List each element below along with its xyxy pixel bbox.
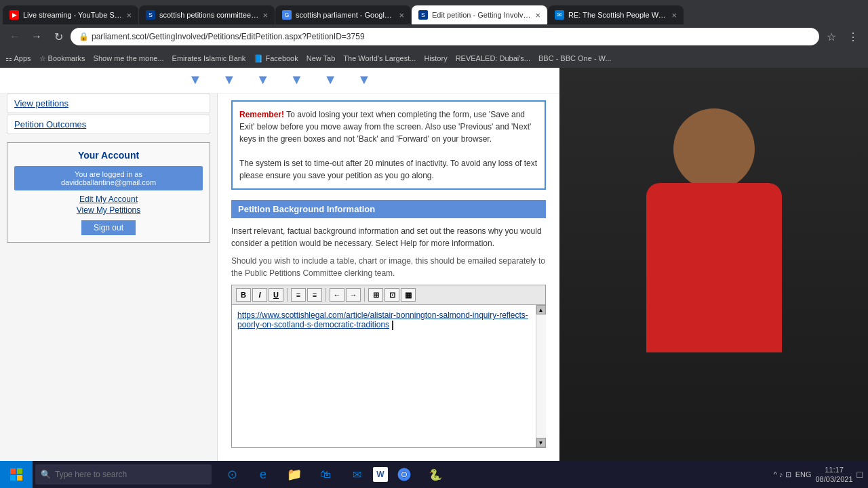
sidebar-item-view-petitions[interactable]: View petitions <box>7 94 210 113</box>
description-text-1: Insert relevant, factual background info… <box>231 225 546 249</box>
svg-rect-1 <box>17 468 22 474</box>
taskbar-apps: ⊙ e 📁 🛍 ✉ W 🐍 <box>217 461 450 488</box>
taskbar-search-input[interactable] <box>55 470 191 479</box>
editor-body[interactable]: https://www.scottishlegal.com/article/al… <box>232 305 545 447</box>
view-petitions-link[interactable]: View My Petitions <box>14 205 203 215</box>
editor-wrapper: https://www.scottishlegal.com/article/al… <box>232 305 545 447</box>
tab-close-email[interactable]: × <box>671 10 677 20</box>
search-icon: 🔍 <box>41 470 51 479</box>
scrollbar-track[interactable] <box>536 314 546 438</box>
start-button[interactable] <box>0 461 33 488</box>
step-arrow-5: ▼ <box>323 72 337 87</box>
bookmark-apps[interactable]: ⚏ Apps <box>5 54 31 63</box>
source-button[interactable]: ▦ <box>401 288 416 302</box>
image-button[interactable]: ⊡ <box>384 288 399 302</box>
forward-button[interactable]: → <box>27 27 46 46</box>
bookmark-show-me[interactable]: Show me the mone... <box>94 54 164 62</box>
tab-close-google[interactable]: × <box>399 10 404 20</box>
tab-favicon-ep: S <box>418 10 428 20</box>
refresh-button[interactable]: ↻ <box>49 27 68 46</box>
tab-petitions-committee[interactable]: S scottish petitions committee - ... × <box>139 5 275 24</box>
bookmark-worlds-largest[interactable]: The World's Largest... <box>343 54 416 62</box>
lock-icon: 🔒 <box>79 32 89 41</box>
taskbar-app-explorer[interactable]: 📁 <box>279 461 309 488</box>
tab-google[interactable]: G scottish parliament - Google Se... × <box>275 5 411 24</box>
bookmark-button[interactable]: ☆ <box>822 27 841 46</box>
tab-close-youtube[interactable]: × <box>126 10 132 20</box>
bookmark-bbc[interactable]: BBC - BBC One - W... <box>538 54 612 62</box>
sidebar-item-petition-outcomes[interactable]: Petition Outcomes <box>7 115 210 134</box>
progress-bar-area: ▼ ▼ ▼ ▼ ▼ ▼ <box>0 68 559 94</box>
windows-icon <box>10 468 22 481</box>
taskbar-app-store[interactable]: 🛍 <box>311 461 340 488</box>
address-bar[interactable]: 🔒 parliament.scot/GettingInvolved/Petiti… <box>71 28 819 45</box>
taskbar-app-word[interactable]: W <box>373 467 388 482</box>
nav-bar: ← → ↻ 🔒 parliament.scot/GettingInvolved/… <box>0 24 868 49</box>
taskbar-time-value: 11:17 <box>815 465 852 474</box>
tab-title-pc: scottish petitions committee - ... <box>159 11 258 19</box>
tab-edit-petition[interactable]: S Edit petition - Getting Involved × <box>412 5 547 24</box>
taskbar-app-mail[interactable]: ✉ <box>342 461 372 488</box>
sidebar-nav-links: View petitions Petition Outcomes <box>7 94 210 136</box>
person-silhouette <box>559 68 868 474</box>
taskbar-search-box[interactable]: 🔍 <box>35 464 212 485</box>
bookmark-emirates[interactable]: Emirates Islamic Bank <box>172 54 246 62</box>
taskbar-app-chrome[interactable] <box>389 461 419 488</box>
step-arrow-1: ▼ <box>189 72 202 87</box>
table-button[interactable]: ⊞ <box>368 288 383 302</box>
taskbar-system-icons: ^ ♪ ⊡ <box>774 470 791 479</box>
svg-point-6 <box>402 472 406 476</box>
menu-button[interactable]: ⋮ <box>844 27 863 46</box>
bookmark-new-tab[interactable]: New Tab <box>307 54 336 62</box>
toolbar-sep-1 <box>287 288 288 302</box>
tab-favicon-pc: S <box>146 10 155 20</box>
webcam-video <box>559 68 868 474</box>
browser-chrome: ▶ Live streaming - YouTube Studio × S sc… <box>0 0 868 68</box>
taskbar-language: ENG <box>795 470 812 479</box>
italic-button[interactable]: I <box>252 288 267 302</box>
tab-title-email: RE: The Scottish People Want A... <box>568 11 667 19</box>
account-links: Edit My Account View My Petitions <box>14 195 203 215</box>
taskbar-app-python[interactable]: 🐍 <box>420 461 450 488</box>
tab-email[interactable]: ✉ RE: The Scottish People Want A... × <box>548 5 684 24</box>
toolbar-sep-2 <box>326 288 326 302</box>
taskbar-app-edge[interactable]: e <box>248 461 278 488</box>
step-arrow-2: ▼ <box>222 72 236 87</box>
tab-youtube[interactable]: ▶ Live streaming - YouTube Studio × <box>3 5 138 24</box>
taskbar-app-cortana[interactable]: ⊙ <box>217 461 247 488</box>
account-email: davidcballantine@gmail.com <box>20 178 197 186</box>
outdent-button[interactable]: ← <box>330 288 344 302</box>
info-text-2: The system is set to time-out after 20 m… <box>239 157 538 182</box>
underline-button[interactable]: U <box>269 288 283 302</box>
person-body <box>646 183 782 352</box>
main-content: Remember! To avoid losing your text when… <box>217 94 559 461</box>
svg-rect-3 <box>17 475 22 481</box>
signout-button[interactable]: Sign out <box>81 220 136 235</box>
tab-favicon-youtube: ▶ <box>9 10 19 20</box>
ordered-list-button[interactable]: ≡ <box>291 288 306 302</box>
bookmark-bookmarks[interactable]: ☆ Bookmarks <box>39 54 85 63</box>
unordered-list-button[interactable]: ≡ <box>307 288 322 302</box>
scrollbar-up[interactable]: ▲ <box>536 305 546 314</box>
webcam-overlay <box>559 68 868 474</box>
indent-button[interactable]: → <box>346 288 361 302</box>
account-title: Your Account <box>14 150 203 161</box>
tab-title-ep: Edit petition - Getting Involved <box>432 11 531 19</box>
tab-close-ep[interactable]: × <box>535 10 540 20</box>
back-button[interactable]: ← <box>5 27 24 46</box>
bookmark-history[interactable]: History <box>424 54 447 62</box>
edit-account-link[interactable]: Edit My Account <box>14 195 203 204</box>
taskbar-notification[interactable]: □ <box>857 469 863 480</box>
chrome-icon <box>397 468 411 481</box>
person-head <box>673 108 755 190</box>
bookmark-facebook[interactable]: 📘 Facebook <box>254 54 298 63</box>
tab-favicon-email: ✉ <box>555 10 564 20</box>
scrollbar-down[interactable]: ▼ <box>536 438 546 447</box>
bookmark-revealed[interactable]: REVEALED: Dubai's... <box>456 54 530 62</box>
description-text-2: Should you wish to include a table, char… <box>231 255 546 279</box>
svg-rect-2 <box>10 475 16 481</box>
tab-close-pc[interactable]: × <box>262 10 268 20</box>
tab-title-google: scottish parliament - Google Se... <box>296 11 395 19</box>
bold-button[interactable]: B <box>236 288 251 302</box>
editor-content[interactable]: https://www.scottishlegal.com/article/al… <box>237 310 528 329</box>
